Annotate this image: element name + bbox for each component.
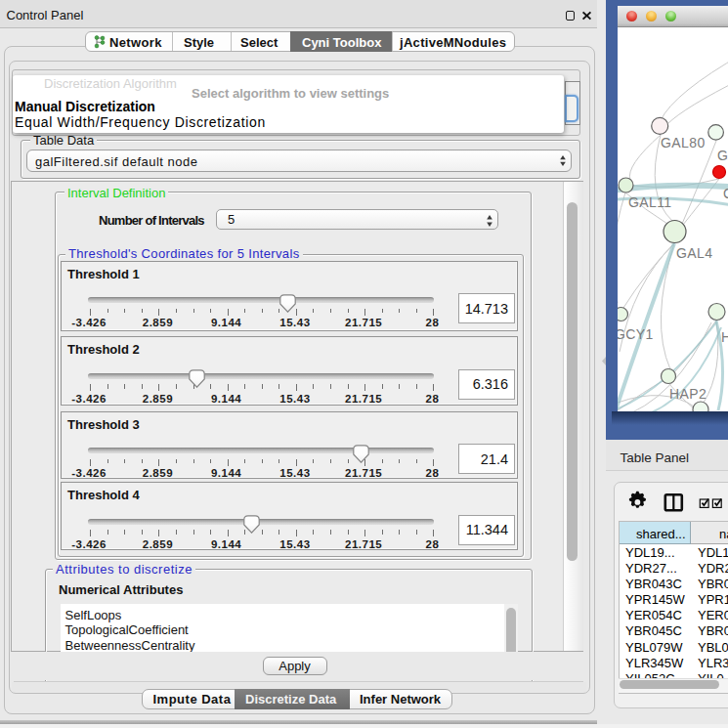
svg-text:GAL80: GAL80 [661,135,706,150]
svg-text:C: C [723,186,728,201]
svg-text:HAP2: HAP2 [669,386,707,402]
svg-text:GCY1: GCY1 [618,326,654,342]
svg-text:H: H [721,329,728,345]
svg-text:GA: GA [717,148,728,163]
svg-text:GAL11: GAL11 [628,194,672,210]
svg-text:GAL4: GAL4 [676,245,712,261]
